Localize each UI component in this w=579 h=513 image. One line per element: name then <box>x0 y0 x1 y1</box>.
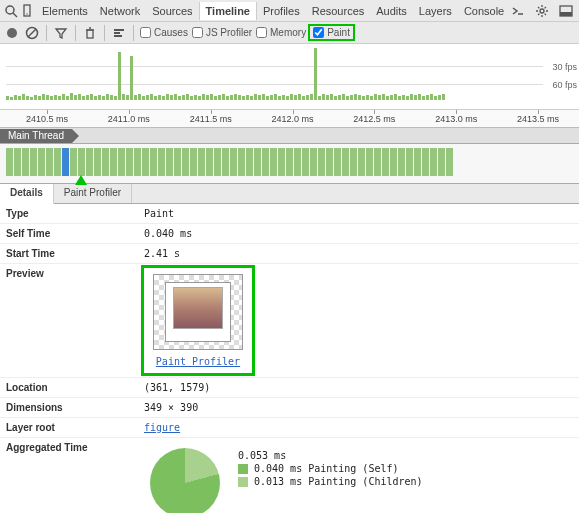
tab-profiles[interactable]: Profiles <box>257 2 306 20</box>
thread-breadcrumb: Main Thread <box>0 128 579 144</box>
top-right-controls <box>510 3 576 19</box>
flame-chart[interactable] <box>0 144 579 184</box>
svg-rect-11 <box>87 30 93 38</box>
dock-icon[interactable] <box>558 3 574 19</box>
details-tabs: Details Paint Profiler <box>0 184 579 204</box>
layerroot-link[interactable]: figure <box>144 422 180 433</box>
svg-rect-16 <box>114 35 122 37</box>
tab-sources[interactable]: Sources <box>146 2 198 20</box>
aggtime-legend: 0.053 ms 0.040 ms Painting (Self) 0.013 … <box>238 448 423 489</box>
svg-point-3 <box>26 13 27 14</box>
selftime-label: Self Time <box>0 224 138 243</box>
devtools-top-bar: Elements Network Sources Timeline Profil… <box>0 0 579 22</box>
checkbox-jsprofiler[interactable]: JS Profiler <box>192 27 252 38</box>
checkbox-causes[interactable]: Causes <box>140 27 188 38</box>
checkbox-paint[interactable]: Paint <box>310 26 353 39</box>
svg-point-5 <box>540 9 544 13</box>
fps-60-label: 60 fps <box>552 80 577 90</box>
flamechart-icon[interactable] <box>111 25 127 41</box>
svg-point-8 <box>7 28 17 38</box>
timeline-toolbar: Causes JS Profiler Memory Paint <box>0 22 579 44</box>
tab-layers[interactable]: Layers <box>413 2 458 20</box>
preview-thumbnail <box>153 274 243 350</box>
selftime-value: 0.040 ms <box>138 224 579 243</box>
breadcrumb-main-thread[interactable]: Main Thread <box>0 129 72 143</box>
location-label: Location <box>0 378 138 397</box>
tab-timeline[interactable]: Timeline <box>199 2 257 20</box>
tab-elements[interactable]: Elements <box>36 2 94 20</box>
svg-rect-7 <box>560 12 572 16</box>
svg-line-10 <box>28 29 36 37</box>
svg-rect-15 <box>114 32 120 34</box>
aggtime-label: Aggregated Time <box>0 438 138 513</box>
selection-arrow-icon <box>75 175 87 185</box>
tab-paint-profiler[interactable]: Paint Profiler <box>54 184 132 203</box>
swatch-children-icon <box>238 477 248 487</box>
gc-icon[interactable] <box>82 25 98 41</box>
dimensions-value: 349 × 390 <box>138 398 579 417</box>
device-icon[interactable] <box>20 3 34 19</box>
swatch-self-icon <box>238 464 248 474</box>
checkbox-memory[interactable]: Memory <box>256 27 306 38</box>
clear-icon[interactable] <box>24 25 40 41</box>
paint-profiler-link[interactable]: Paint Profiler <box>156 356 240 367</box>
svg-point-0 <box>6 6 14 14</box>
agg-total: 0.053 ms <box>238 450 286 461</box>
agg-children: 0.013 ms Painting (Children) <box>254 476 423 487</box>
tab-console[interactable]: Console <box>458 2 510 20</box>
record-icon[interactable] <box>4 25 20 41</box>
location-value: (361, 1579) <box>138 378 579 397</box>
layerroot-label: Layer root <box>0 418 138 437</box>
type-label: Type <box>0 204 138 223</box>
gear-icon[interactable] <box>534 3 550 19</box>
tab-network[interactable]: Network <box>94 2 146 20</box>
fps-bars <box>6 48 543 100</box>
svg-line-1 <box>13 13 17 17</box>
panel-tabs: Elements Network Sources Timeline Profil… <box>36 2 510 20</box>
preview-label: Preview <box>0 264 138 377</box>
console-drawer-icon[interactable] <box>510 3 526 19</box>
svg-rect-14 <box>114 29 124 31</box>
magnify-icon[interactable] <box>4 3 18 19</box>
starttime-label: Start Time <box>0 244 138 263</box>
filter-icon[interactable] <box>53 25 69 41</box>
aggtime-pie <box>150 448 220 513</box>
agg-self: 0.040 ms Painting (Self) <box>254 463 399 474</box>
tab-audits[interactable]: Audits <box>370 2 413 20</box>
time-ruler: 2410.5 ms 2411.0 ms 2411.5 ms 2412.0 ms … <box>0 110 579 128</box>
fps-overview[interactable]: 30 fps 60 fps <box>0 44 579 110</box>
preview-highlight: Paint Profiler <box>144 268 252 373</box>
tab-resources[interactable]: Resources <box>306 2 371 20</box>
starttime-value: 2.41 s <box>138 244 579 263</box>
dimensions-label: Dimensions <box>0 398 138 417</box>
type-value: Paint <box>138 204 579 223</box>
details-panel: TypePaint Self Time0.040 ms Start Time2.… <box>0 204 579 513</box>
tab-details[interactable]: Details <box>0 184 54 204</box>
fps-30-label: 30 fps <box>552 62 577 72</box>
